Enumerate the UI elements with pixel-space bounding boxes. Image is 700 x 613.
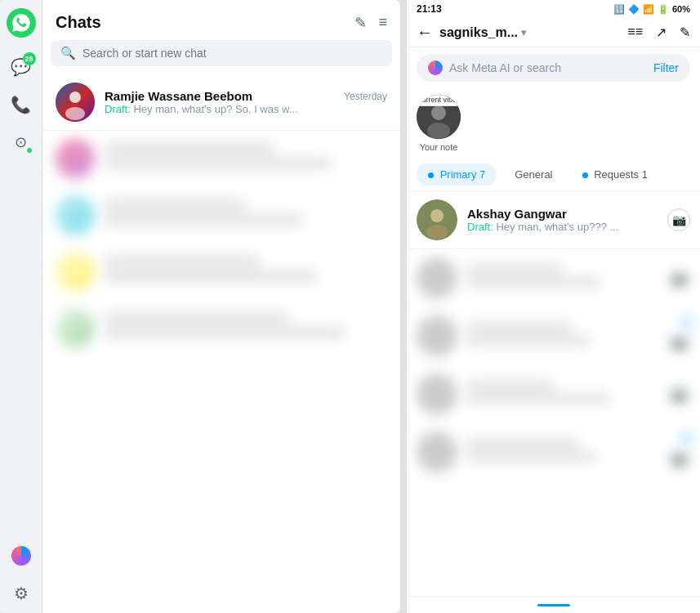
filter-button[interactable]: Filter <box>653 61 679 74</box>
blur-text-2 <box>105 200 387 230</box>
status-right-icons: 🔢 🔷 📶 🔋 60% <box>613 4 690 15</box>
blur-line-preview-2 <box>105 215 302 225</box>
blur-line-name <box>105 144 274 154</box>
mobile-chat-list: Akshay Gangwar Draft: Hey man, what's up… <box>407 191 700 597</box>
status-time: 21:13 <box>417 3 442 15</box>
your-note-label: Your note <box>420 142 458 152</box>
blur-name-4 <box>467 439 577 448</box>
sidebar-item-chats[interactable]: 💬 26 <box>10 56 33 78</box>
mobile-blur-text-2 <box>467 323 658 349</box>
tab-primary[interactable]: Primary 7 <box>417 163 497 186</box>
blur-item-3 <box>56 244 387 300</box>
camera-icon-blur-4: 📷 <box>667 446 690 469</box>
mobile-chat-right: 📷 <box>667 208 690 231</box>
mobile-chat-info: Akshay Gangwar Draft: Hey man, what's up… <box>467 207 658 233</box>
chat-header-icons: ✎ ≡ <box>354 14 387 32</box>
back-button[interactable]: ← <box>417 23 433 42</box>
draft-label: Draft: <box>105 103 131 115</box>
mobile-chat-item[interactable]: Akshay Gangwar Draft: Hey man, what's up… <box>407 191 700 249</box>
tab-primary-label: Primary 7 <box>440 168 486 181</box>
mobile-blur-item-3: 📷 <box>407 365 700 423</box>
phone-icon: 📞 <box>11 95 31 114</box>
sidebar-item-calls[interactable]: 📞 <box>10 93 33 116</box>
tab-requests[interactable]: Requests 1 <box>571 163 659 186</box>
chat-info: Ramjie Wassane Beebom Yesterday Draft: H… <box>105 89 387 115</box>
battery-percent: 60% <box>672 4 690 14</box>
mobile-blur-item-1: 📷 <box>407 249 700 307</box>
current-vibe-label: Current vibe? <box>417 96 461 104</box>
trending-icon[interactable]: ↗ <box>656 25 667 40</box>
mobile-panel: 21:13 🔢 🔷 📶 🔋 60% ← sagniks_m... ▾ ≡≡ ↗ … <box>407 0 700 613</box>
chat-item[interactable]: Ramjie Wassane Beebom Yesterday Draft: H… <box>42 74 400 131</box>
status-bar: 21:13 🔢 🔷 📶 🔋 60% <box>407 0 700 18</box>
chat-name: Ramjie Wassane Beebom <box>105 89 252 103</box>
nav-indicator <box>537 604 570 606</box>
tab-general-label: General <box>515 168 552 181</box>
mobile-blur-text-1 <box>467 265 658 291</box>
primary-dot <box>428 172 434 178</box>
mobile-header-icons: ≡≡ ↗ ✎ <box>627 25 690 40</box>
avatar <box>56 83 95 122</box>
chat-badge: 26 <box>23 52 36 65</box>
mobile-blur-avatar-1 <box>417 257 457 298</box>
mobile-blur-avatar-4 <box>417 432 457 472</box>
svg-point-2 <box>69 92 81 103</box>
mobile-blurred-items: 📷 📷 <box>407 249 700 481</box>
unread-dot-4 <box>684 435 690 441</box>
camera-icon[interactable]: 📷 <box>667 208 690 231</box>
blur-name-3 <box>467 381 553 390</box>
username-text: sagniks_m... <box>439 25 518 40</box>
search-bar: 🔍 <box>51 40 392 66</box>
panel-divider <box>400 0 407 613</box>
blur-item-1 <box>56 131 387 187</box>
chats-title: Chats <box>56 13 101 32</box>
blur-text-4 <box>105 313 387 342</box>
tab-general[interactable]: General <box>503 163 564 186</box>
blur-text <box>105 144 387 173</box>
blur-text-3 <box>105 257 387 286</box>
chat-list-area: Chats ✎ ≡ 🔍 <box>42 0 400 613</box>
mobile-search-bar[interactable]: Ask Meta AI or search Filter <box>417 54 690 82</box>
chat-preview-text: Hey man, what's up? So, I was w... <box>133 103 297 115</box>
blur-item-4 <box>56 300 387 356</box>
list-icon[interactable]: ≡≡ <box>627 25 643 40</box>
chat-header: Chats ✎ ≡ <box>42 0 400 40</box>
search-icon: 🔍 <box>60 46 76 60</box>
mobile-preview-text: Hey man, what's up??? ... <box>496 221 618 233</box>
sidebar: 💬 26 📞 ⊙ ⚙ <box>0 0 42 613</box>
new-chat-icon[interactable]: ✎ <box>354 14 367 32</box>
chevron-down-icon[interactable]: ▾ <box>521 27 526 38</box>
blur-avatar <box>56 139 95 178</box>
sidebar-item-settings[interactable]: ⚙ <box>10 582 33 605</box>
meta-ai-icon <box>428 60 443 75</box>
mobile-header: ← sagniks_m... ▾ ≡≡ ↗ ✎ <box>407 18 700 47</box>
blur-name-1 <box>467 265 563 274</box>
blur-preview-4 <box>467 452 596 461</box>
blur-line-name-4 <box>105 313 288 323</box>
svg-point-5 <box>431 105 446 120</box>
blur-avatar-2 <box>56 195 95 235</box>
mobile-avatar <box>417 199 457 240</box>
blur-line-name-2 <box>105 200 246 210</box>
sidebar-item-status[interactable]: ⊙ <box>10 131 33 154</box>
edit-icon[interactable]: ✎ <box>680 25 690 40</box>
svg-point-3 <box>65 107 85 120</box>
mobile-blur-item-4: 📷 <box>407 423 700 481</box>
mobile-blur-text-4 <box>467 439 658 465</box>
svg-point-8 <box>430 209 444 222</box>
blur-preview-3 <box>467 394 610 403</box>
sidebar-item-meta-ai[interactable] <box>10 544 33 567</box>
search-input[interactable] <box>82 47 382 60</box>
filter-icon[interactable]: ≡ <box>378 14 387 32</box>
blur-name-2 <box>467 323 572 332</box>
your-note-section: Current vibe? Your note <box>407 88 700 159</box>
battery-icon: 🔋 <box>658 4 669 15</box>
note-avatar[interactable]: Current vibe? <box>417 95 461 139</box>
blur-line-preview-4 <box>105 328 345 338</box>
mobile-blur-right-1: 📷 <box>667 266 690 289</box>
chat-preview: Draft: Hey man, what's up? So, I was w..… <box>105 103 387 115</box>
blur-avatar-3 <box>56 252 95 291</box>
mobile-blur-text-3 <box>467 381 658 407</box>
status-dot <box>26 147 33 154</box>
sidebar-bottom: ⚙ <box>10 544 33 605</box>
